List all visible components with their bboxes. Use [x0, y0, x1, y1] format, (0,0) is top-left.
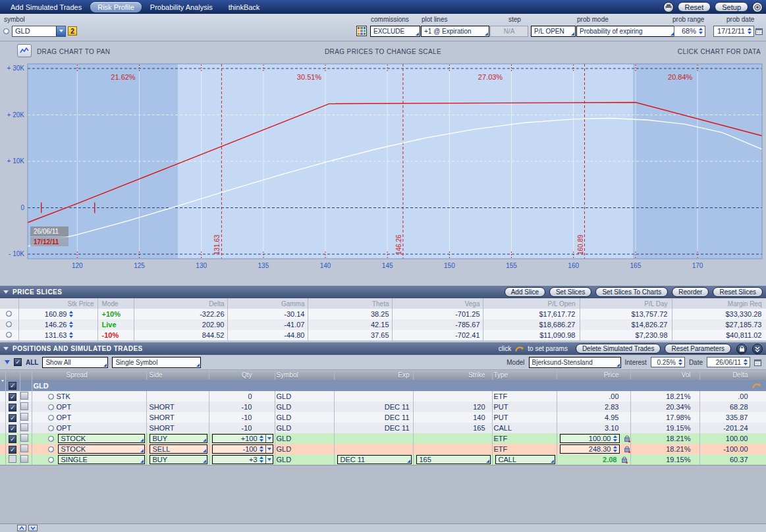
row-checkbox[interactable]: [9, 414, 16, 422]
calendar-icon[interactable]: [755, 28, 763, 35]
dropdown-arrow-icon[interactable]: [265, 456, 273, 464]
lock-icon[interactable]: [621, 456, 628, 464]
side-dropdown[interactable]: BUY: [150, 455, 207, 464]
row-checkbox[interactable]: [9, 393, 16, 401]
exp-dropdown[interactable]: DEC 11: [337, 455, 412, 464]
side-dropdown[interactable]: SELL: [150, 444, 207, 454]
prob-date-stepper[interactable]: 17/12/11: [713, 26, 754, 37]
reset-button[interactable]: Reset: [678, 2, 711, 12]
all-checkbox[interactable]: [14, 358, 22, 366]
tab-risk-profile[interactable]: Risk Profile: [90, 2, 142, 13]
row-checkbox[interactable]: [9, 446, 16, 454]
row-checkbox[interactable]: [9, 435, 16, 443]
spinner-arrows-icon[interactable]: [699, 28, 703, 34]
collapse-triangle-icon[interactable]: [5, 360, 10, 364]
reset-slices-button[interactable]: Reset Slices: [713, 287, 763, 297]
row-marker-circle-icon[interactable]: [6, 311, 12, 317]
drag-handle[interactable]: [20, 413, 28, 421]
row-checkbox[interactable]: [9, 404, 16, 412]
chevron-circle-icon[interactable]: [752, 344, 763, 354]
gear-icon[interactable]: [752, 2, 763, 13]
collapse-triangle-icon[interactable]: [0, 380, 5, 390]
dropdown-arrow-icon[interactable]: [265, 445, 273, 453]
spinner-arrows-icon[interactable]: [69, 321, 73, 328]
qty-stepper[interactable]: +3: [212, 455, 273, 464]
drag-handle[interactable]: [20, 392, 28, 400]
slice-mode[interactable]: Live: [102, 321, 117, 329]
spinner-arrows-icon[interactable]: [69, 311, 73, 317]
collapse-triangle-icon[interactable]: [3, 347, 9, 350]
row-marker-circle-icon[interactable]: [6, 332, 12, 338]
spinner-arrows-icon[interactable]: [69, 332, 73, 338]
symbol-count-badge[interactable]: 2: [68, 26, 77, 36]
setup-button[interactable]: Setup: [715, 2, 748, 12]
slice-price-input[interactable]: 131.63: [45, 331, 67, 339]
interest-stepper[interactable]: 0.25%: [651, 357, 685, 367]
spread-dropdown[interactable]: STOCK: [58, 444, 145, 454]
spinner-arrows-icon[interactable]: [260, 446, 263, 452]
set-slices-to-charts-button[interactable]: Set Slices To Charts: [595, 287, 668, 297]
drag-handle[interactable]: [20, 444, 28, 452]
spinner-arrows-icon[interactable]: [678, 359, 682, 365]
tab-probability-analysis[interactable]: Probability Analysis: [143, 2, 220, 13]
type-dropdown[interactable]: CALL: [495, 455, 555, 464]
price-stepper[interactable]: 248.30: [560, 444, 620, 454]
strike-dropdown[interactable]: 165: [416, 455, 491, 464]
model-dropdown[interactable]: Bjerksund-Stensland: [529, 357, 621, 368]
dropdown-arrow-icon[interactable]: [56, 26, 65, 36]
spread-dropdown[interactable]: SINGLE: [58, 455, 145, 464]
spinner-arrows-icon[interactable]: [260, 456, 263, 463]
reset-parameters-button[interactable]: Reset Parameters: [665, 344, 731, 354]
qty-stepper[interactable]: +100: [212, 434, 273, 443]
row-marker-circle-icon[interactable]: [6, 321, 12, 327]
risk-profile-chart[interactable]: 120125130135140145150155160165170+ 30K+ …: [0, 60, 766, 279]
wrench-params-icon[interactable]: [752, 383, 761, 389]
delete-simulated-trades-button[interactable]: Delete Simulated Trades: [576, 344, 661, 354]
commission-grid-icon[interactable]: [356, 25, 367, 37]
date-stepper[interactable]: 26/06/11: [707, 357, 750, 367]
slice-price-input[interactable]: 146.26: [45, 321, 67, 329]
scroll-up-icon[interactable]: [17, 525, 26, 531]
wrench-params-icon[interactable]: [515, 346, 524, 352]
side-dropdown[interactable]: BUY: [150, 434, 207, 443]
prob-mode-dropdown[interactable]: Probability of expiring: [576, 26, 675, 37]
symbol-dropdown[interactable]: GLD: [12, 26, 66, 37]
commissions-dropdown[interactable]: EXCLUDE: [370, 26, 420, 37]
plot-lines-dropdown[interactable]: +1 @ Expiration: [421, 26, 489, 37]
add-slice-button[interactable]: Add Slice: [505, 287, 545, 297]
price-stepper[interactable]: 100.00: [560, 434, 620, 443]
qty-stepper[interactable]: -100: [212, 444, 273, 454]
spinner-arrows-icon[interactable]: [748, 28, 752, 34]
show-all-dropdown[interactable]: Show All: [42, 357, 108, 368]
drag-handle[interactable]: [20, 434, 28, 442]
group-checkbox[interactable]: [9, 382, 16, 390]
row-checkbox[interactable]: [9, 425, 16, 433]
prob-range-stepper[interactable]: 68%: [674, 26, 705, 37]
dropdown-arrow-icon[interactable]: [265, 435, 273, 442]
lock-icon[interactable]: [624, 435, 630, 442]
drag-handle[interactable]: [20, 455, 28, 463]
tab-add-simulated-trades[interactable]: Add Simulated Trades: [3, 2, 89, 13]
spinner-arrows-icon[interactable]: [613, 435, 617, 442]
single-symbol-dropdown[interactable]: Single Symbol: [112, 357, 201, 368]
lock-icon[interactable]: [624, 446, 630, 453]
scroll-down-icon[interactable]: [28, 525, 38, 531]
slice-mode[interactable]: +10%: [102, 310, 121, 318]
spinner-arrows-icon[interactable]: [260, 435, 263, 442]
lock-circle-icon[interactable]: [736, 344, 747, 354]
pl-mode-dropdown[interactable]: P/L OPEN: [531, 26, 576, 37]
slice-price-input[interactable]: 160.89: [45, 310, 67, 318]
reorder-button[interactable]: Reorder: [672, 287, 709, 297]
slice-mode[interactable]: -10%: [102, 331, 119, 339]
tab-thinkback[interactable]: thinkBack: [221, 2, 267, 13]
drag-handle[interactable]: [20, 402, 28, 410]
set-slices-button[interactable]: Set Slices: [549, 287, 591, 297]
row-checkbox[interactable]: [9, 455, 16, 463]
printer-icon[interactable]: [663, 2, 674, 13]
collapse-triangle-icon[interactable]: [3, 290, 9, 294]
spread-dropdown[interactable]: STOCK: [58, 434, 145, 443]
drag-handle[interactable]: [20, 423, 28, 431]
spinner-arrows-icon[interactable]: [744, 359, 748, 365]
spinner-arrows-icon[interactable]: [613, 446, 617, 452]
calendar-icon[interactable]: [754, 359, 761, 366]
